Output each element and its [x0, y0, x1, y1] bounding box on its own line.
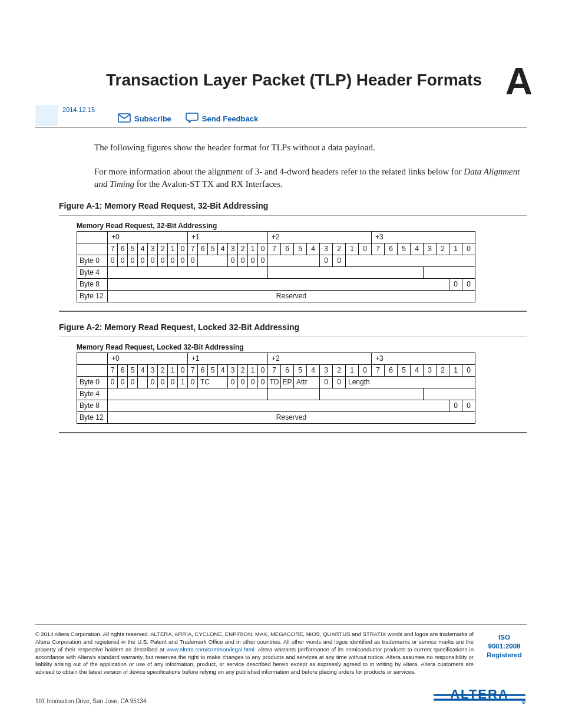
document-date: 2014.12.15: [62, 105, 95, 113]
legal-link[interactable]: www.altera.com/common/legal.html: [166, 646, 254, 653]
table-row: +0 +1 +2 +3: [77, 353, 475, 364]
table-row: Byte 0 0 0 0 0 0 0 1 0 TC 0 0 0 0 TD EP …: [77, 376, 475, 388]
action-links: Subscribe Send Feedback: [118, 113, 527, 130]
iso-badge: ISO 9001:2008 Registered: [482, 631, 527, 660]
figure-a2-caption: Figure A-2: Memory Read Request, Locked …: [59, 322, 527, 332]
mail-icon: [118, 113, 131, 124]
table-row: Byte 8 0 0: [77, 400, 475, 411]
altera-logo: ALTERA R: [432, 683, 527, 704]
figure-a1-rule-top: [59, 215, 527, 216]
group-header: +2: [268, 231, 372, 243]
table-row: Byte 4: [77, 266, 475, 278]
feedback-icon: [186, 113, 199, 125]
svg-text:ALTERA: ALTERA: [450, 687, 509, 701]
intro-paragraph-2: For more information about the alignment…: [94, 166, 524, 190]
figure-a1-rule-bottom: [59, 311, 527, 312]
table-row: Byte 12 Reserved: [77, 411, 475, 423]
intro-paragraph-1: The following figures show the header fo…: [94, 141, 524, 154]
date-tab-decoration: [35, 105, 58, 126]
subscribe-link[interactable]: Subscribe: [118, 113, 171, 124]
subscribe-label: Subscribe: [134, 114, 171, 123]
p2-part-a: For more information about the alignment…: [94, 167, 464, 176]
figure-a1-table: +0 +1 +2 +3 7 6 5 4 3 2 1 0 7 6 5 4 3 2 …: [77, 231, 475, 302]
figure-a2-subtitle: Memory Read Request, Locked 32-Bit Addre…: [77, 343, 527, 351]
table-row: 7 6 5 4 3 2 1 0 7 6 5 4 3 2 1 0 7 6 5 4 …: [77, 243, 475, 255]
table-row: Byte 8 0 0: [77, 278, 475, 290]
send-feedback-label: Send Feedback: [202, 114, 258, 123]
svg-text:R: R: [523, 701, 525, 704]
table-row: Byte 0 0 0 0 0 0 0 0 0 0 0 0 0 0 0 0: [77, 255, 475, 266]
figure-a1-caption: Figure A-1: Memory Read Request, 32-Bit …: [59, 201, 527, 210]
figure-a2-rule-top: [59, 337, 527, 337]
page-title: Transaction Layer Packet (TLP) Header Fo…: [106, 71, 482, 90]
legal-text: © 2014 Altera Corporation. All rights re…: [35, 631, 474, 676]
p2-part-c: for the Avalon-ST TX and RX Interfaces.: [134, 179, 283, 189]
figure-a2-table: +0 +1 +2 +3 7 6 5 4 3 2 1 0 7 6 5 4 3 2 …: [77, 353, 475, 424]
page-header: Transaction Layer Packet (TLP) Header Fo…: [35, 35, 527, 99]
footer-address: 101 Innovation Drive, San Jose, CA 95134: [35, 698, 146, 704]
send-feedback-link[interactable]: Send Feedback: [186, 113, 258, 125]
footer-rule: [35, 624, 527, 625]
table-row: Byte 12 Reserved: [77, 290, 475, 302]
appendix-letter: A: [505, 65, 533, 99]
page-footer: © 2014 Altera Corporation. All rights re…: [35, 620, 527, 704]
table-row: Byte 4: [77, 388, 475, 400]
group-header: +0: [108, 231, 188, 243]
table-row: 7 6 5 4 3 2 1 0 7 6 5 4 3 2 1 0 7 6 5 4 …: [77, 364, 475, 376]
svg-rect-0: [118, 114, 130, 122]
figure-a2-rule-bottom: [59, 432, 527, 433]
figure-a1-subtitle: Memory Read Request, 32-Bit Addressing: [77, 222, 527, 230]
group-header: +3: [372, 231, 475, 243]
group-header: +1: [188, 231, 268, 243]
table-row: +0 +1 +2 +3: [77, 231, 475, 243]
